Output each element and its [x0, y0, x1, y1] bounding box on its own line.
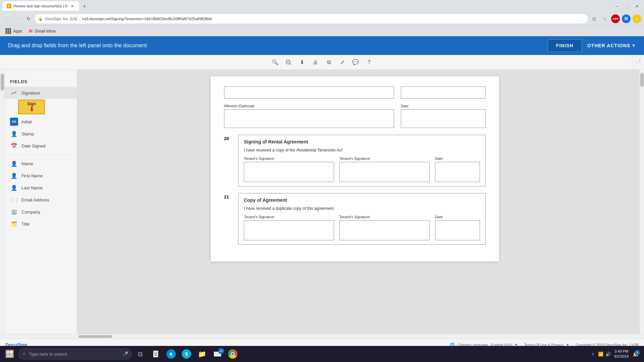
print-button[interactable]: 🖨 [310, 57, 321, 68]
taskbar-app-skype[interactable]: S [179, 347, 194, 361]
tab-close-button[interactable]: ✕ [70, 3, 75, 9]
witness-field-box[interactable] [224, 109, 394, 128]
witness-date-label: Date [401, 104, 486, 108]
section20-title: Signing of Rental Agreement [244, 139, 480, 144]
section21-date-box[interactable] [435, 220, 480, 240]
initial-field-item[interactable]: DS Initial [5, 116, 77, 128]
taskbar-search[interactable]: ⚬ Type here to search 🎤 [18, 348, 132, 360]
sign-arrow-icon: ⬇ [29, 106, 34, 112]
network-icon[interactable]: 📶 [598, 352, 603, 357]
name-field-item[interactable]: 👤 Name [5, 158, 77, 170]
fields-panel: FIELDS Signature Sign ⬇ DS Initial 👤 Sta… [5, 70, 77, 334]
minimize-button[interactable]: ─ [612, 2, 621, 11]
back-button[interactable]: ← [3, 14, 11, 23]
stamp-icon: 👤 [10, 130, 18, 138]
section20-tenant-sig2-box[interactable] [339, 162, 430, 182]
section20-number: 20 [224, 135, 234, 186]
scroll-thumb-top [1, 74, 4, 90]
section20-tenant-sig1-box[interactable] [244, 162, 334, 182]
show-hidden-icons[interactable]: ∧ [589, 351, 596, 357]
gmail-bookmark[interactable]: M Gmail inbox [26, 28, 58, 34]
maximize-button[interactable]: ⬜ [623, 2, 631, 11]
profile-m-icon[interactable]: M [622, 14, 631, 23]
new-tab-button[interactable]: + [80, 2, 89, 11]
company-icon: 🏢 [10, 208, 18, 216]
initial-icon: DS [10, 118, 18, 126]
taskbar-app-files[interactable]: 📁 [195, 347, 209, 361]
title-field-item[interactable]: 🗂️ Title [5, 218, 77, 230]
left-scrollbar[interactable] [0, 70, 5, 334]
sound-icon[interactable]: 🔊 [605, 352, 611, 357]
copy-button[interactable]: ⧉ [323, 57, 334, 68]
right-scrollbar[interactable] [639, 70, 644, 334]
taskbar-app-cards[interactable]: 🃏 [148, 347, 163, 361]
finish-button[interactable]: FINISH [548, 39, 582, 52]
signature-label: Signature [21, 90, 40, 96]
first-name-field-item[interactable]: 👤 First Name [5, 170, 77, 182]
start-button[interactable]: 🪟 [1, 346, 17, 362]
right-panel-toggle[interactable]: 📄 [632, 56, 644, 68]
microphone-icon[interactable]: 🎤 [122, 351, 128, 357]
taskbar-app-edge[interactable]: e [164, 347, 178, 361]
section21-number: 21 [224, 193, 234, 245]
title-icon: 🗂️ [10, 220, 18, 228]
bookmark-star-icon[interactable]: ☆ [600, 14, 609, 23]
email-label: Email Address [21, 197, 49, 202]
section21-text: I have received a duplicate copy of this… [244, 206, 480, 211]
sign-tooltip-label: Sign [27, 102, 36, 106]
profile-secondary-icon[interactable]: ⭐ [633, 14, 641, 23]
section21-tenant-sig2-box[interactable] [339, 220, 430, 240]
apps-label: Apps [13, 29, 22, 34]
witness-date-box[interactable] [401, 109, 486, 128]
task-view-button[interactable]: ⧉ [133, 347, 148, 361]
document-scroll-area[interactable]: Witness (Optional) Date 20 Signing of Re… [77, 70, 639, 334]
section21-title: Copy of Agreement [244, 197, 480, 203]
address-bar-input[interactable]: 🔒 DocuSign, Inc. [US] | na3.docusign.net… [35, 14, 588, 23]
email-address-field-item[interactable]: ✉️ Email Address [5, 194, 77, 206]
signature-field-item[interactable]: Signature [5, 87, 77, 99]
section21-tenant-sig1-label: Tenant's Signature [244, 215, 334, 219]
zoom-out-button[interactable] [283, 57, 294, 68]
company-field-item[interactable]: 🏢 Company [5, 206, 77, 218]
tab-favicon: D [7, 4, 11, 8]
help-button[interactable]: ? [364, 57, 374, 68]
section20-date-box[interactable] [435, 162, 480, 182]
section20-text: I have received a copy of the Residentia… [244, 148, 480, 153]
refresh-button[interactable]: ↻ [24, 14, 33, 23]
expand-button[interactable]: ⤢ [337, 57, 347, 68]
initial-label: Initial [21, 119, 32, 124]
cast-icon[interactable]: ⊡ [590, 14, 598, 23]
taskbar-app-chrome[interactable] [225, 347, 240, 361]
taskbar-search-placeholder: Type here to search [29, 352, 67, 357]
first-name-icon: 👤 [10, 172, 18, 180]
right-scroll-thumb [640, 73, 644, 86]
name-label: Name [21, 161, 33, 166]
fields-header: FIELDS [5, 75, 77, 87]
name-icon: 👤 [10, 160, 18, 168]
bottom-scrollbar[interactable] [0, 334, 644, 339]
document-page: Witness (Optional) Date 20 Signing of Re… [211, 76, 499, 261]
other-actions-button[interactable]: OTHER ACTIONS ▼ [587, 43, 636, 48]
witness-label: Witness (Optional) [224, 104, 394, 108]
gmail-label: Gmail inbox [35, 29, 56, 34]
stamp-field-item[interactable]: 👤 Stamp [5, 128, 77, 140]
notification-button[interactable]: 🔔 9 [631, 349, 640, 359]
date-signed-field-item[interactable]: 📅 Date Signed [5, 140, 77, 152]
close-button[interactable]: ✕ [633, 2, 641, 11]
date-signed-label: Date Signed [21, 143, 46, 148]
taskbar-app-email[interactable]: ✉️ 14 [210, 347, 225, 361]
notification-badge: 9 [635, 350, 640, 355]
zoom-in-button[interactable]: 🔍 [270, 57, 280, 68]
apps-bookmark[interactable]: Apps [3, 27, 25, 35]
forward-button[interactable]: → [13, 14, 22, 23]
profile-abp-icon[interactable]: ABP [611, 14, 620, 23]
chevron-down-icon: ▼ [632, 43, 636, 48]
section21-tenant-sig2-label: Tenant's Signature [339, 215, 430, 219]
section20-tenant-sig2-label: Tenant's Signature [339, 157, 430, 161]
comment-button[interactable]: 💬 [350, 57, 361, 68]
browser-tab[interactable]: D Review and sign document(s) | D ✕ [3, 1, 79, 11]
section21-tenant-sig1-box[interactable] [244, 220, 334, 240]
clock-display[interactable]: 3:49 PM 9/2/2019 [614, 349, 629, 359]
last-name-field-item[interactable]: 👤 Last Name [5, 182, 77, 194]
download-button[interactable]: ⬇ [297, 57, 307, 68]
